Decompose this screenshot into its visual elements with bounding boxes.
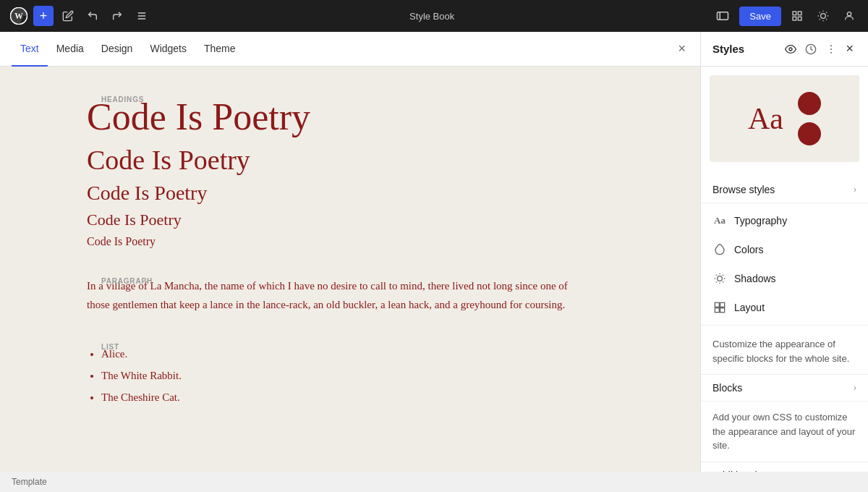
headings-label: HEADINGS: [101, 96, 144, 103]
svg-point-26: [718, 276, 723, 281]
wp-logo: W: [9, 6, 29, 26]
svg-rect-36: [720, 302, 725, 307]
list-section: LIST Alice. The White Rabbit. The Cheshi…: [87, 343, 657, 408]
style-dot-2: [798, 122, 821, 145]
toolbar: W + Style Book Save: [0, 0, 868, 32]
paragraph-text: In a village of La Mancha, the name of w…: [87, 277, 579, 314]
svg-rect-7: [793, 12, 796, 15]
paragraph-section: PARAGRAPH In a village of La Mancha, the…: [87, 277, 657, 314]
sidebar-content: Browse styles › Aa Typography Colors: [701, 171, 868, 472]
list-item: The Cheshire Cat.: [101, 386, 657, 408]
styles-sidebar: Styles × Aa: [700, 32, 868, 472]
more-button[interactable]: [132, 6, 152, 26]
edit-button[interactable]: [58, 6, 78, 26]
close-panel-button[interactable]: ×: [675, 38, 689, 59]
shadows-icon: [712, 271, 727, 286]
css-description: Add your own CSS to customize the appear…: [701, 401, 868, 462]
svg-line-14: [820, 12, 820, 13]
svg-rect-35: [715, 302, 719, 307]
svg-rect-4: [138, 18, 146, 19]
svg-point-23: [830, 45, 832, 46]
sidebar-close-button[interactable]: ×: [843, 38, 856, 59]
tab-bar: Text Media Design Widgets Theme ×: [0, 32, 700, 67]
colors-item[interactable]: Colors: [701, 235, 868, 264]
colors-label: Colors: [734, 244, 856, 255]
undo-button[interactable]: [82, 6, 103, 26]
sidebar-title: Styles: [712, 43, 782, 55]
typography-icon: Aa: [712, 213, 727, 228]
svg-point-11: [821, 14, 826, 19]
heading-5: Code Is Poetry: [87, 235, 657, 248]
svg-point-21: [789, 48, 792, 51]
toolbar-left: W +: [9, 6, 152, 26]
browse-styles-arrow-icon: ›: [854, 184, 856, 195]
main-layout: Text Media Design Widgets Theme × HEADIN…: [0, 32, 868, 472]
heading-3: Code Is Poetry: [87, 182, 657, 205]
typography-item[interactable]: Aa Typography: [701, 206, 868, 235]
preview-area[interactable]: HEADINGS Code Is Poetry Code Is Poetry C…: [0, 67, 700, 472]
account-button[interactable]: [839, 6, 859, 26]
list-label: LIST: [101, 343, 119, 351]
shadows-label: Shadows: [734, 273, 856, 284]
typography-label: Typography: [734, 215, 856, 226]
tab-media[interactable]: Media: [48, 32, 93, 67]
blocks-arrow-icon: ›: [854, 383, 856, 393]
sidebar-header: Styles ×: [701, 32, 868, 67]
svg-rect-8: [798, 12, 801, 15]
toolbar-center: Style Book: [158, 11, 706, 22]
style-preview-dots: [798, 92, 821, 145]
divider-1: [701, 325, 868, 326]
redo-button[interactable]: [107, 6, 127, 26]
svg-rect-5: [718, 12, 728, 20]
svg-line-29: [716, 275, 717, 276]
sidebar-more-button[interactable]: [822, 41, 840, 58]
style-preview-text: Aa: [748, 101, 783, 136]
svg-point-24: [830, 48, 832, 50]
tab-widgets[interactable]: Widgets: [141, 32, 195, 67]
sidebar-icons: ×: [782, 38, 856, 59]
svg-rect-38: [720, 308, 725, 313]
layout-item[interactable]: Layout: [701, 293, 868, 322]
heading-2: Code Is Poetry: [87, 144, 657, 176]
save-button[interactable]: Save: [739, 7, 781, 26]
page-title: Style Book: [409, 11, 454, 22]
paragraph-label: PARAGRAPH: [101, 277, 153, 285]
browse-styles-label: Browse styles: [712, 184, 854, 195]
editor-panel: Text Media Design Widgets Theme × HEADIN…: [0, 32, 700, 472]
view-button[interactable]: [712, 7, 733, 25]
heading-1: Code Is Poetry: [87, 96, 657, 138]
svg-rect-2: [138, 12, 146, 13]
heading-4: Code Is Poetry: [87, 211, 657, 229]
svg-line-30: [723, 281, 723, 282]
browse-styles-item[interactable]: Browse styles ›: [701, 177, 868, 203]
list-item: The White Rabbit.: [101, 365, 657, 386]
svg-rect-37: [715, 308, 719, 313]
add-block-button[interactable]: +: [33, 6, 54, 26]
layout-label: Layout: [734, 302, 856, 313]
shadows-item[interactable]: Shadows: [701, 264, 868, 293]
list-view-button[interactable]: [787, 6, 807, 26]
tab-text[interactable]: Text: [12, 32, 48, 67]
colors-icon: [712, 242, 727, 257]
blocks-label: Blocks: [712, 382, 854, 394]
svg-rect-10: [798, 17, 801, 20]
customize-description: Customize the appearance of specific blo…: [701, 328, 868, 374]
svg-rect-9: [793, 17, 796, 20]
svg-point-25: [830, 51, 832, 53]
style-preview-card: Aa: [710, 75, 859, 162]
svg-line-15: [826, 19, 827, 20]
dark-mode-button[interactable]: [813, 6, 833, 26]
layout-icon: [712, 300, 727, 315]
history-button[interactable]: [802, 41, 820, 58]
toolbar-right: Save: [712, 6, 859, 26]
styles-preview-toggle[interactable]: [782, 41, 799, 58]
svg-rect-3: [138, 15, 146, 16]
blocks-item[interactable]: Blocks ›: [701, 374, 868, 401]
svg-point-20: [847, 12, 851, 16]
svg-text:W: W: [14, 12, 23, 20]
additional-css-item[interactable]: Additional CSS ›: [701, 462, 868, 472]
tab-design[interactable]: Design: [93, 32, 142, 67]
tab-theme[interactable]: Theme: [195, 32, 244, 67]
svg-line-19: [826, 12, 827, 13]
svg-line-18: [820, 19, 820, 20]
